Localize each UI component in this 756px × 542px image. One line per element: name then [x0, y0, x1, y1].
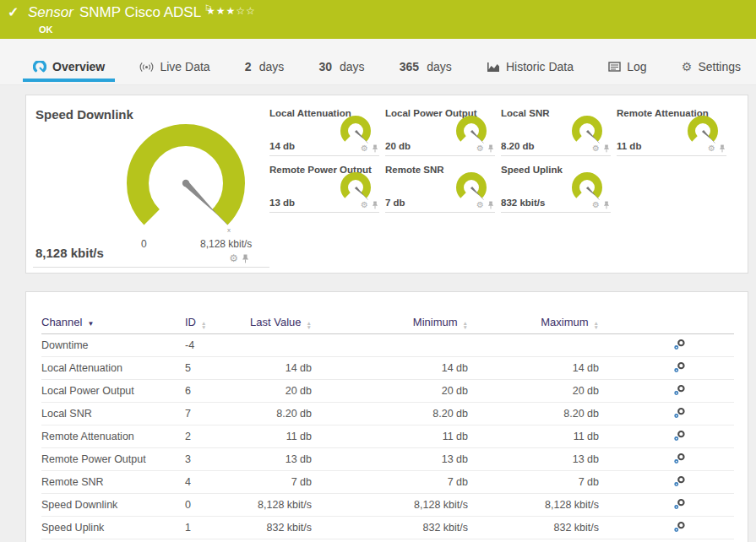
gauge-pin-icon[interactable]	[372, 144, 378, 153]
channel-settings-icon[interactable]	[673, 341, 686, 353]
main-gauge-tile[interactable]: Speed Downlink x 0 8,128 kbit/s 8,128 kb…	[33, 102, 269, 268]
tab-365-days[interactable]: 365 days	[389, 49, 462, 84]
cell-actions	[599, 453, 734, 467]
mini-gauge-value: 14 db	[269, 141, 295, 151]
tab-settings[interactable]: ⚙ Settings	[672, 49, 751, 84]
page-title: SNMP Cisco ADSL	[79, 4, 201, 20]
cell-actions	[599, 475, 734, 490]
chart-icon	[487, 62, 500, 73]
channel-settings-icon[interactable]	[673, 432, 686, 444]
gauge-scale-min: 0	[141, 238, 147, 250]
gauge-pin-icon[interactable]	[719, 144, 726, 153]
gauge-pin-icon[interactable]	[603, 201, 610, 209]
table-row[interactable]: Local Power Output 6 20 db 20 db 20 db	[41, 380, 734, 403]
mini-gauge-actions: ⚙	[592, 200, 610, 209]
table-row[interactable]: Local SNR 7 8.20 db 8.20 db 8.20 db	[41, 403, 734, 425]
mini-gauge-tile[interactable]: Remote Attenuation 11 db ⚙	[617, 107, 726, 156]
mini-gauge-actions: ⚙	[708, 144, 726, 153]
cell-actions	[599, 361, 734, 376]
channel-settings-icon[interactable]	[673, 455, 686, 467]
gauge-pin-icon[interactable]	[487, 144, 494, 153]
gauges-panel: Speed Downlink x 0 8,128 kbit/s 8,128 kb…	[25, 95, 748, 274]
cell-id: 0	[185, 499, 227, 511]
tab-log[interactable]: Log	[598, 49, 656, 84]
table-row[interactable]: Remote Power Output 3 13 db 13 db 13 db	[41, 448, 734, 471]
cell-channel: Remote SNR	[41, 476, 185, 488]
channel-settings-icon[interactable]	[673, 364, 686, 376]
tab-2-days[interactable]: 2 days	[235, 49, 294, 84]
channel-settings-icon[interactable]	[673, 501, 686, 512]
gauge-pin-icon[interactable]	[603, 144, 610, 153]
cell-minimum: 13 db	[312, 453, 468, 465]
mini-gauge-actions: ⚙	[476, 200, 494, 209]
table-row[interactable]: Remote Attenuation 2 11 db 11 db 11 db	[41, 425, 734, 448]
tab-historic-data[interactable]: Historic Data	[476, 49, 584, 84]
mini-gauge-tile[interactable]: Speed Uplink 832 kbit/s ⚙	[501, 164, 611, 213]
table-row[interactable]: Remote SNR 4 7 db 7 db 7 db	[41, 471, 734, 494]
tab-365-days-number: 365	[400, 60, 419, 73]
channel-settings-icon[interactable]	[673, 478, 686, 490]
cell-minimum: 14 db	[312, 362, 468, 374]
tab-live-data[interactable]: Live Data	[129, 49, 220, 84]
tab-overview[interactable]: Overview	[23, 49, 115, 84]
gauge-settings-icon[interactable]: ⚙	[361, 144, 368, 153]
cell-channel: Speed Uplink	[41, 522, 185, 534]
tab-30-days-label: days	[340, 60, 365, 73]
channels-panel: Channel▼ ID▲▼ Last Value▲▼ Minimum▲▼ Max…	[25, 291, 748, 542]
channel-settings-icon[interactable]	[673, 409, 686, 421]
cell-id: 5	[185, 362, 227, 374]
cell-last-value: 14 db	[227, 362, 312, 374]
cell-actions	[599, 407, 734, 421]
table-row[interactable]: Downtime -4	[41, 334, 734, 357]
cell-last-value: 8.20 db	[227, 408, 312, 420]
cell-id: 7	[185, 408, 227, 420]
gauge-settings-icon[interactable]: ⚙	[229, 253, 238, 263]
column-header-minimum[interactable]: Minimum▲▼	[312, 316, 468, 329]
gauge-pin-icon[interactable]	[242, 254, 249, 263]
column-header-maximum[interactable]: Maximum▲▼	[468, 316, 599, 329]
cell-channel: Remote Power Output	[41, 453, 185, 465]
mini-gauge-value: 832 kbit/s	[501, 198, 545, 208]
cell-maximum: 14 db	[468, 362, 599, 374]
gauge-settings-icon[interactable]: ⚙	[592, 144, 600, 153]
cell-actions	[599, 430, 734, 444]
cell-last-value: 20 db	[227, 385, 312, 397]
table-row[interactable]: Speed Downlink 0 8,128 kbit/s 8,128 kbit…	[41, 494, 734, 517]
sort-icon: ▲▼	[594, 321, 599, 329]
gauge-settings-icon[interactable]: ⚙	[476, 144, 484, 153]
table-row[interactable]: Speed Uplink 1 832 kbit/s 832 kbit/s 832…	[41, 517, 734, 539]
mini-gauge-tile[interactable]: Remote SNR 7 db ⚙	[385, 164, 495, 213]
cell-minimum: 8.20 db	[312, 408, 468, 420]
gauge-settings-icon[interactable]: ⚙	[592, 200, 600, 209]
gauge-scale-max: 8,128 kbit/s	[200, 238, 252, 250]
tab-30-days[interactable]: 30 days	[308, 49, 374, 84]
cell-maximum: 8.20 db	[468, 408, 599, 420]
gear-icon: ⚙	[682, 61, 693, 73]
gauge-pin-icon[interactable]	[372, 201, 378, 209]
column-header-channel[interactable]: Channel▼	[41, 316, 185, 328]
mini-gauge-tile[interactable]: Local Power Output 20 db ⚙	[385, 107, 495, 156]
priority-stars[interactable]: ★★★☆☆	[206, 5, 256, 17]
cell-maximum: 13 db	[468, 453, 599, 465]
table-row[interactable]: Local Attenuation 5 14 db 14 db 14 db	[41, 357, 734, 380]
mini-gauge-tile[interactable]: Remote Power Output 13 db ⚙	[269, 164, 379, 213]
mini-gauge-tile[interactable]: Local SNR 8.20 db ⚙	[501, 107, 611, 156]
svg-text:x: x	[227, 226, 231, 234]
gauge-pin-icon[interactable]	[487, 201, 494, 209]
channel-settings-icon[interactable]	[673, 523, 686, 535]
main-gauge-value: 8,128 kbit/s	[35, 246, 104, 260]
cell-minimum: 20 db	[312, 385, 468, 397]
mini-gauge-tile[interactable]: Local Attenuation 14 db ⚙	[269, 107, 379, 156]
gauge-settings-icon[interactable]: ⚙	[708, 144, 715, 153]
mini-gauge-actions: ⚙	[476, 144, 494, 153]
channel-settings-icon[interactable]	[673, 387, 686, 398]
log-list-icon	[608, 62, 621, 72]
cell-minimum: 832 kbit/s	[312, 522, 468, 534]
gauge-settings-icon[interactable]: ⚙	[361, 200, 368, 209]
column-header-id[interactable]: ID▲▼	[185, 316, 227, 329]
tab-settings-label: Settings	[698, 60, 741, 73]
cell-id: 6	[185, 385, 227, 397]
gauge-settings-icon[interactable]: ⚙	[476, 200, 484, 209]
column-header-last-value[interactable]: Last Value▲▼	[227, 316, 312, 329]
tab-365-days-label: days	[427, 60, 452, 73]
